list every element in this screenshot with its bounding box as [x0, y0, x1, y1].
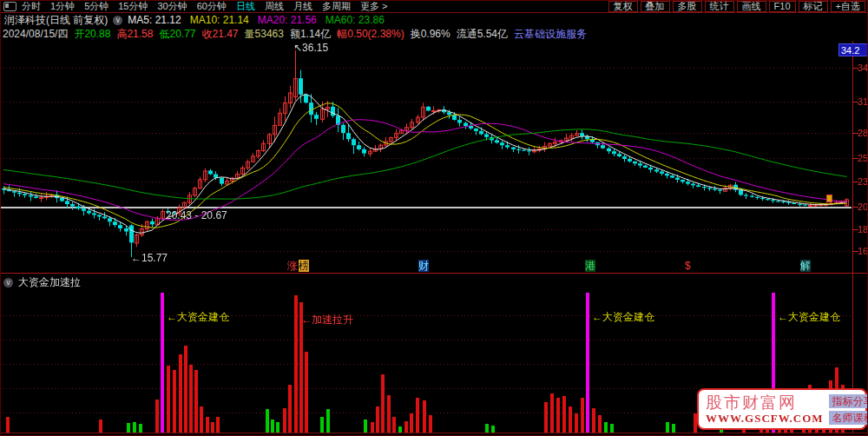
subpanel-title: 大资金加速拉 — [18, 275, 81, 290]
signal-annotation-1: ←大资金建仓 — [167, 310, 229, 325]
quick-tag-3[interactable]: 财 — [418, 260, 429, 272]
watermark-text: 股市财富网 WWW.GSCFW.COM — [706, 393, 824, 426]
info-segment-10: 流通5.54亿 — [457, 27, 508, 42]
chart-annotation-2: 20.43 - 20.67 — [166, 209, 227, 221]
menu-item-10[interactable]: 多周期 — [322, 0, 351, 13]
ma-values: MA5: 21.12MA10: 21.14MA20: 21.56MA60: 23… — [128, 14, 393, 26]
ma-value-4: MA60: 23.86 — [326, 14, 385, 26]
toolbar-button-4[interactable]: 统计 — [705, 1, 734, 12]
subpanel-header: ∨ 大资金加速拉 — [1, 275, 867, 290]
menu-item-8[interactable]: 周线 — [265, 0, 284, 13]
ma-value-1: MA5: 21.12 — [128, 14, 181, 26]
period-menu: 分时1分钟5分钟15分钟30分钟60分钟日线周线月线多周期更多 > — [22, 0, 397, 13]
quote-infobar: 2024/08/15/四开20.88高21.58低20.77收21.47量534… — [3, 27, 867, 41]
menu-item-3[interactable]: 5分钟 — [84, 0, 108, 13]
chevron-down-icon[interactable]: ∨ — [113, 16, 122, 25]
info-segment-6: 量53463 — [245, 27, 284, 42]
ma-value-3: MA20: 21.56 — [258, 14, 317, 26]
watermark-badges: 指标分享名师课程 — [829, 394, 868, 425]
quick-tag-6[interactable]: 解 — [800, 260, 811, 272]
menu-item-1[interactable]: 分时 — [22, 0, 41, 13]
watermark-badge-2: 名师课程 — [829, 411, 868, 425]
toolbar-button-7[interactable]: 标记 — [799, 1, 828, 12]
chevron-down-icon[interactable]: ∨ — [3, 278, 13, 287]
info-segment-3: 高21.58 — [116, 27, 153, 42]
info-segment-2: 开20.88 — [74, 27, 110, 42]
menu-item-4[interactable]: 15分钟 — [118, 0, 148, 13]
titlebar: 润泽科技(日线 前复权) ∨ MA5: 21.12MA10: 21.14MA20… — [1, 13, 867, 27]
menu-item-9[interactable]: 月线 — [293, 0, 312, 13]
ma-value-2: MA10: 21.14 — [190, 14, 249, 26]
axis-tick-label-3: 28.0 — [858, 128, 868, 138]
menu-item-7[interactable]: 日线 — [236, 0, 255, 13]
watermark-badge-1: 指标分享 — [829, 394, 868, 408]
signal-annotation-3: ←大资金建仓 — [592, 310, 654, 325]
toolbar-button-8[interactable]: +自选 — [831, 1, 865, 12]
info-segment-1: 2024/08/15/四 — [3, 27, 68, 42]
toolbar-button-2[interactable]: 叠加 — [641, 1, 670, 12]
info-segment-5: 收21.47 — [202, 27, 239, 42]
quick-tag-4[interactable]: 港 — [585, 260, 595, 272]
chart-annotation-1: ↖36.15 — [293, 42, 328, 54]
app-window: 分时1分钟5分钟15分钟30分钟60分钟日线周线月线多周期更多 > 复权叠加多股… — [0, 0, 868, 436]
axis-tick-label-4: 25.5 — [858, 153, 868, 163]
info-segment-8: 幅0.50(2.38%) — [337, 27, 404, 42]
toolbar-buttons: 复权叠加多股统计画线F10标记+自选 — [606, 1, 865, 12]
axis-tick-label-7: 18.4 — [858, 224, 868, 235]
toolbar-button-6[interactable]: F10 — [769, 1, 796, 12]
chart-annotation-3: ←15.77 — [131, 252, 168, 264]
toolbar-button-5[interactable]: 画线 — [737, 1, 766, 12]
quick-tag-1[interactable]: 涨 — [287, 260, 298, 272]
signal-annotation-2: ←加速拉升 — [301, 313, 353, 327]
menu-item-11[interactable]: 更多 > — [360, 0, 387, 13]
axis-tick-label-6: 20.6 — [858, 201, 868, 212]
watermark-title: 股市财富网 — [706, 393, 824, 412]
info-segment-9: 换0.96% — [411, 27, 450, 42]
menubar: 分时1分钟5分钟15分钟30分钟60分钟日线周线月线多周期更多 > 复权叠加多股… — [1, 1, 867, 13]
stock-title: 润泽科技(日线 前复权) — [4, 13, 108, 28]
info-segment-4: 低20.77 — [159, 27, 195, 42]
axis-tick-label-1: 34.4 — [858, 63, 868, 73]
toolbar-button-1[interactable]: 复权 — [608, 1, 638, 12]
signal-annotation-4: ←大资金建仓 — [778, 310, 840, 325]
axis-tick-label-8: 16.2 — [858, 246, 868, 256]
quick-tag-2[interactable]: 榜 — [299, 260, 309, 272]
quick-tag-5[interactable]: $ — [685, 260, 691, 272]
watermark-url: WWW.GSCFW.COM — [706, 412, 824, 426]
axis-tick-label-2: 31.0 — [858, 96, 868, 107]
layout-icon[interactable] — [3, 2, 16, 11]
toolbar-button-3[interactable]: 多股 — [673, 1, 702, 12]
watermark: 股市财富网 WWW.GSCFW.COM 指标分享名师课程 — [697, 388, 867, 430]
axis-top-price-box: 34.2 — [838, 43, 868, 56]
info-segment-7: 额1.14亿 — [290, 27, 331, 42]
chart-canvas[interactable] — [1, 41, 868, 436]
info-segment-11: 云基础设施服务 — [514, 27, 587, 42]
menu-item-2[interactable]: 1分钟 — [50, 0, 75, 13]
menu-item-6[interactable]: 60分钟 — [197, 0, 227, 13]
price-tag-marker — [826, 195, 832, 202]
axis-tick-label-5: 23.1 — [858, 176, 868, 187]
menu-item-5[interactable]: 30分钟 — [158, 0, 187, 13]
